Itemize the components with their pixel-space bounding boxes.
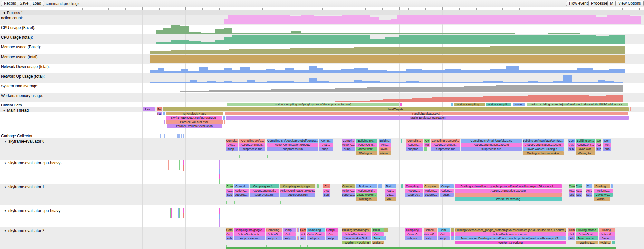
trace-event[interactable]: ActionConti...	[576, 232, 598, 236]
trace-event[interactable]: ActionContinuati...	[431, 143, 460, 147]
trace-tick[interactable]	[219, 208, 220, 214]
trace-event[interactable]: Javac work...	[356, 147, 377, 151]
trace-event[interactable]: subprocess.run	[267, 147, 318, 151]
trace-event[interactable]: Comp...	[319, 139, 333, 143]
trace-event[interactable]: sub	[569, 193, 575, 197]
trace-event[interactable]: action 'Compili...	[486, 103, 511, 106]
trace-event[interactable]: Co	[323, 184, 330, 188]
trace-event[interactable]: Compiling...	[405, 228, 422, 232]
trace-event[interactable]: Javac wor...	[576, 147, 595, 151]
trace-event[interactable]: ActionContinuation.execute	[280, 189, 315, 193]
trace-event[interactable]: Act	[568, 232, 575, 236]
trace-event[interactable]: Ac...	[569, 189, 575, 193]
trace-event[interactable]: Parallel Evaluator evaluation	[167, 124, 222, 128]
trace-event[interactable]	[163, 112, 165, 115]
trace-event[interactable]: Compil...	[234, 184, 249, 188]
trace-event[interactable]: Com	[568, 228, 575, 232]
track-label-skyframe-evaluator-cpu-heavy-1[interactable]: ▼skyframe-evaluator-cpu-heavy-	[4, 161, 62, 165]
trace-event[interactable]: Lau...	[143, 107, 155, 111]
trace-event[interactable]: ActionConti...	[356, 143, 377, 147]
trace-tick[interactable]	[171, 208, 172, 218]
trace-tick[interactable]	[300, 245, 301, 247]
trace-event[interactable]	[298, 228, 299, 232]
trace-event[interactable]	[424, 147, 427, 151]
trace-event[interactable]: subp...	[342, 147, 355, 151]
trace-event[interactable]: Acti...	[379, 143, 391, 147]
trace-event[interactable]: Javac worker Buil...	[342, 236, 371, 240]
trace-event[interactable]: Parallel Evaluator evaluation	[226, 116, 629, 120]
trace-event[interactable]: ActionContinuati...	[342, 232, 371, 236]
trace-event[interactable]: subp...	[438, 236, 450, 240]
trace-event[interactable]	[612, 241, 615, 244]
trace-event[interactable]: su...	[586, 193, 592, 197]
trace-event[interactable]: Javac worker Building s...	[523, 147, 564, 151]
trace-event[interactable]: subp...	[319, 147, 333, 151]
trace-event[interactable]: Buildi...	[372, 228, 384, 232]
trace-event[interactable]: Com...	[438, 228, 450, 232]
trace-event[interactable]: action 'Compiling src/google/protobuf/de…	[227, 103, 399, 106]
trace-event[interactable]	[297, 228, 298, 232]
trace-event[interactable]: Acti...	[326, 232, 338, 236]
trace-event[interactable]: Buildin...	[379, 139, 391, 143]
trace-event[interactable]: Waitin...	[594, 197, 610, 201]
trace-tick[interactable]	[283, 245, 283, 247]
trace-event[interactable]: ActionC...	[405, 232, 422, 236]
trace-event[interactable]: sub	[568, 147, 575, 151]
trace-tick[interactable]	[183, 165, 184, 171]
trace-event[interactable]: Act	[568, 143, 575, 147]
trace-event[interactable]	[401, 184, 403, 188]
trace-event[interactable]: Jav...	[385, 193, 396, 197]
trace-event[interactable]: Ac...	[226, 189, 233, 193]
trace-event[interactable]: subproc...	[405, 236, 422, 240]
trace-event[interactable]: Act	[300, 232, 306, 236]
trace-event[interactable]: ActionConti...	[576, 143, 595, 147]
track-label-skyframe-evaluator-1[interactable]: ▼skyframe-evaluator 1	[4, 185, 44, 189]
trace-event[interactable]: Acti...	[438, 232, 450, 236]
trace-tick[interactable]	[181, 134, 182, 138]
trace-event[interactable]	[223, 116, 225, 120]
timeline-canvas[interactable]: -5 s0 s5 s10 s15 s20 s25 s30 s35 s40 s45…	[0, 0, 644, 249]
trace-tick[interactable]	[183, 160, 184, 165]
trace-event[interactable]: Waitin...	[379, 151, 391, 155]
trace-event[interactable]	[298, 236, 299, 240]
trace-event[interactable]: Java...	[372, 236, 384, 240]
trace-event[interactable]: Compiling src/main/cpp/blaze.cc	[461, 139, 522, 143]
trace-event[interactable]: action 'Compiling...	[454, 103, 485, 106]
trace-event[interactable]: Javac ...	[599, 236, 615, 240]
trace-event[interactable]: subprocess.run	[250, 193, 279, 197]
trace-tick[interactable]	[219, 219, 220, 227]
trace-event[interactable]	[384, 236, 386, 240]
trace-event[interactable]: Waitin...	[599, 241, 611, 244]
trace-event[interactable]	[384, 228, 388, 232]
trace-event[interactable]: Building src...	[356, 139, 377, 143]
trace-event[interactable]: Building external/com_google_protobuf/ja…	[455, 184, 562, 188]
save-button[interactable]: Save	[17, 1, 31, 6]
trace-tick[interactable]	[226, 155, 226, 158]
trace-event[interactable]: sub	[226, 236, 233, 240]
trace-tick[interactable]	[170, 208, 171, 218]
track-label-main-thread[interactable]: ▼Main Thread	[3, 108, 29, 113]
trace-tick[interactable]	[169, 208, 169, 218]
trace-event[interactable]: subproc...	[234, 193, 249, 197]
trace-event[interactable]: Act	[424, 143, 430, 147]
trace-event[interactable]: Compil...	[326, 228, 338, 232]
trace-event[interactable]: ActionC...	[405, 189, 423, 193]
trace-tick[interactable]	[178, 208, 179, 218]
trace-event[interactable]: Wai...	[385, 197, 396, 201]
trace-event[interactable]: sub	[596, 147, 601, 151]
trace-event[interactable]: runAnalysisPhase	[166, 112, 223, 115]
trace-tick[interactable]	[250, 201, 250, 204]
trace-event[interactable]: Compilin...	[424, 184, 439, 188]
trace-event[interactable]: Com	[226, 228, 233, 232]
trace-event[interactable]: Acti...	[372, 232, 384, 236]
trace-event[interactable]: ActionC...	[594, 189, 613, 193]
trace-event[interactable]: sub	[226, 193, 233, 197]
trace-tick[interactable]	[219, 174, 220, 179]
trace-tick[interactable]	[239, 155, 240, 158]
collapse-triangle-icon[interactable]: ▼	[4, 162, 7, 165]
trace-event[interactable]: Building src/main/jav...	[342, 228, 371, 232]
trace-event[interactable]: Building src...	[576, 139, 595, 143]
trace-event[interactable]: Compil...	[440, 184, 454, 188]
trace-event[interactable]: ActionContinuati...	[234, 232, 265, 236]
trace-event[interactable]: Co	[596, 139, 601, 143]
